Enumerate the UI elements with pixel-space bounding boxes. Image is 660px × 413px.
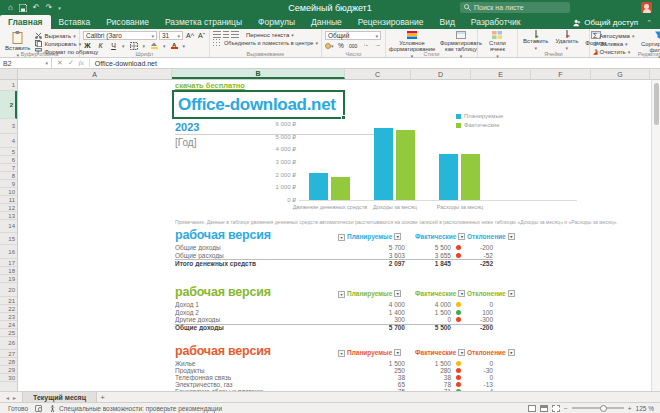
collapse-ribbon-icon[interactable]: ⌃	[646, 19, 652, 27]
row-header-7[interactable]: 7	[0, 164, 17, 172]
accessibility-status[interactable]: Специальные возможности: проверьте реком…	[49, 405, 222, 412]
row-header-5[interactable]: 5	[0, 148, 17, 156]
vertical-scrollbar[interactable]	[651, 80, 660, 391]
normal-view-icon[interactable]	[528, 405, 536, 412]
font-size-select[interactable]: 31▾	[159, 31, 183, 40]
tab-данные[interactable]: Данные	[303, 15, 350, 29]
filter-button[interactable]: ▾	[338, 291, 345, 298]
row-header-10[interactable]: 10	[0, 188, 17, 196]
row-header-25[interactable]: 25	[0, 329, 17, 337]
prev-sheet-icon[interactable]: ◂	[6, 394, 9, 401]
align-top-icon[interactable]	[213, 31, 221, 38]
sheet-grid[interactable]: скачать бесплатно Office-download.net 20…	[0, 80, 660, 391]
zoom-in-button[interactable]: +	[628, 405, 632, 412]
row-header-20[interactable]: 20	[0, 283, 17, 297]
percent-button[interactable]: %	[336, 41, 345, 50]
filter-button[interactable]: ▾	[458, 290, 465, 297]
fx-icon[interactable]: fx	[79, 59, 84, 67]
row-header-11[interactable]: 11	[0, 196, 17, 204]
year-placeholder-cell[interactable]: [Год]	[175, 137, 196, 148]
align-left-icon[interactable]	[213, 39, 214, 46]
shrink-font-button[interactable]: Аˇ	[197, 31, 206, 40]
next-sheet-icon[interactable]: ▸	[13, 394, 16, 401]
row-header-15[interactable]: 15	[0, 233, 17, 245]
scrollbar-thumb[interactable]	[654, 83, 659, 125]
currency-button[interactable]: ▾	[325, 43, 334, 49]
insert-cells-button[interactable]: + Вставить▾	[521, 31, 550, 51]
row-header-4[interactable]: 4	[0, 134, 17, 148]
bar-Фактические-3[interactable]	[461, 154, 480, 200]
zoom-level[interactable]: 125 %	[636, 405, 654, 412]
number-format-select[interactable]: Общий▾	[325, 31, 381, 40]
bar-Планируемые-3[interactable]	[439, 154, 458, 200]
filter-button[interactable]: ▾	[338, 350, 345, 357]
increase-decimal-button[interactable]: ⁺⁰	[361, 41, 370, 50]
filter-button[interactable]: ▾	[394, 349, 401, 356]
bar-Фактические-2[interactable]	[396, 130, 415, 200]
align-middle-icon[interactable]	[223, 31, 229, 38]
add-sheet-button[interactable]: +	[97, 393, 108, 402]
grow-font-button[interactable]: А^	[185, 31, 195, 40]
save-icon[interactable]	[19, 4, 27, 12]
row-header-17[interactable]: 17	[0, 259, 17, 267]
row-header-18[interactable]: 18	[0, 267, 17, 275]
row-header-16[interactable]: 16	[0, 245, 17, 259]
font-name-select[interactable]: Calibri (Заго▾	[83, 31, 157, 40]
italic-button[interactable]: К	[96, 41, 105, 50]
row-header-13[interactable]: 13	[0, 212, 17, 220]
undo-icon[interactable]: ↶	[33, 3, 40, 12]
row-header-23[interactable]: 23	[0, 313, 17, 321]
merge-center-button[interactable]: Объединить и поместить в центре	[224, 40, 313, 46]
column-header-D[interactable]: D	[411, 69, 471, 79]
redo-icon[interactable]: ↷	[46, 3, 53, 12]
fill-handle[interactable]	[341, 115, 346, 120]
row-header-28[interactable]: 28	[0, 358, 17, 366]
select-all-corner[interactable]	[0, 69, 18, 79]
zoom-out-button[interactable]: −	[564, 405, 568, 412]
filter-button[interactable]: ▾	[458, 349, 465, 356]
row-header-24[interactable]: 24	[0, 321, 17, 329]
wrap-text-button[interactable]: Перенос текста	[246, 32, 289, 38]
enter-icon[interactable]: ✓	[68, 59, 74, 67]
row-header-26[interactable]: 26	[0, 337, 17, 350]
formula-input[interactable]: Office-download.net	[90, 60, 157, 67]
zoom-slider-thumb[interactable]	[600, 405, 607, 412]
row-header-9[interactable]: 9	[0, 180, 17, 188]
page-layout-view-icon[interactable]	[540, 405, 548, 412]
cancel-icon[interactable]: ✕	[57, 59, 63, 67]
bar-Планируемые-2[interactable]	[374, 128, 393, 200]
column-header-F[interactable]: F	[531, 69, 591, 79]
row-header-29[interactable]: 29	[0, 366, 17, 374]
tab-вставка[interactable]: Вставка	[51, 15, 99, 29]
name-box[interactable]: B2 ▾	[0, 58, 52, 68]
filter-button[interactable]: ▾	[508, 290, 515, 297]
tab-рисование[interactable]: Рисование	[98, 15, 157, 29]
underline-button[interactable]: Ч	[109, 41, 118, 50]
fill-color-button[interactable]	[149, 41, 159, 50]
share-button[interactable]: Общий доступ	[573, 18, 638, 27]
tab-формулы[interactable]: Формулы	[250, 15, 303, 29]
promo-link[interactable]: скачать бесплатно	[175, 81, 245, 90]
row-header-21[interactable]: 21	[0, 297, 17, 305]
column-header-B[interactable]: B	[172, 69, 345, 79]
row-header-30[interactable]: 30	[0, 374, 17, 382]
page-break-view-icon[interactable]	[552, 405, 560, 412]
year-cell[interactable]: 2023	[175, 121, 199, 133]
filter-button[interactable]: ▾	[508, 349, 515, 356]
tab-главная[interactable]: Главная	[0, 15, 51, 29]
row-header-12[interactable]: 12	[0, 204, 17, 212]
row-header-3[interactable]: 3	[0, 119, 17, 134]
home-icon[interactable]: ⌂	[8, 3, 13, 12]
qat-dropdown-icon[interactable]: ▾	[58, 5, 61, 11]
row-header-27[interactable]: 27	[0, 350, 17, 358]
column-header-E[interactable]: E	[471, 69, 531, 79]
column-header-A[interactable]: A	[18, 69, 172, 79]
autosum-button[interactable]: ΣАвтосумма▾	[593, 32, 634, 39]
tab-вид[interactable]: Вид	[431, 15, 462, 29]
row-header-19[interactable]: 19	[0, 275, 17, 283]
delete-cells-button[interactable]: × Удалить▾	[553, 31, 580, 51]
borders-button[interactable]	[129, 41, 139, 50]
row-header-22[interactable]: 22	[0, 305, 17, 313]
fill-button[interactable]: ⬇Заливка▾	[593, 40, 634, 47]
align-bottom-icon[interactable]	[231, 31, 239, 38]
